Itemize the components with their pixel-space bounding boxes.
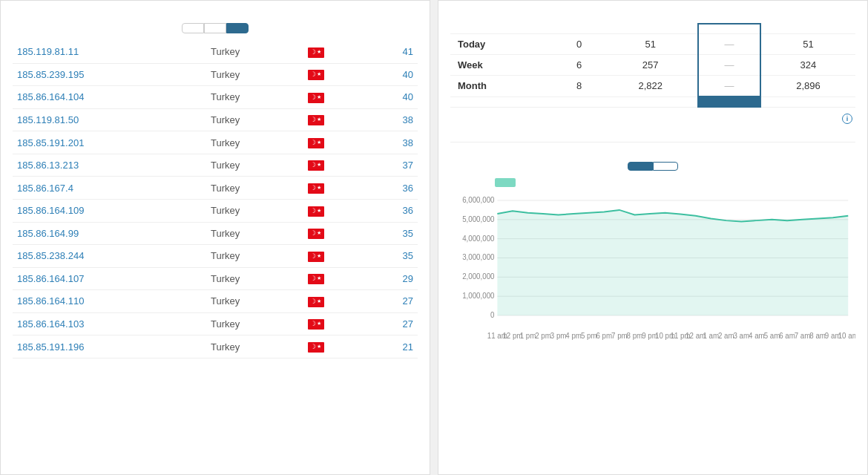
ip-link[interactable]: 185.85.238.244 xyxy=(17,250,84,261)
count-cell: 36 xyxy=(367,177,418,200)
btn-30d[interactable] xyxy=(226,23,249,33)
country-cell: Turkey xyxy=(206,245,303,268)
svg-text:1 am: 1 am xyxy=(703,332,719,340)
count-cell: 41 xyxy=(367,41,418,63)
blacklist-val: — xyxy=(698,34,760,55)
svg-text:5 am: 5 am xyxy=(764,332,780,340)
ip-table: 185.119.81.11 Turkey 41 185.85.239.195 T… xyxy=(13,41,418,358)
table-row: 185.86.164.104 Turkey 40 xyxy=(13,86,418,109)
complex-val: 8 xyxy=(555,76,603,97)
time-buttons xyxy=(13,23,418,33)
turkey-flag-icon xyxy=(308,342,324,353)
count-cell: 38 xyxy=(367,131,418,154)
svg-text:8 pm: 8 pm xyxy=(627,332,643,340)
turkey-flag-icon xyxy=(308,70,324,80)
table-row: 185.86.164.109 Turkey 36 xyxy=(13,199,418,222)
flag-cell xyxy=(303,267,368,290)
chart-time-buttons xyxy=(450,162,855,171)
table-row: 185.86.164.103 Turkey 27 xyxy=(13,312,418,335)
flag-cell xyxy=(303,199,368,222)
flag-cell xyxy=(303,108,368,131)
ip-link[interactable]: 185.85.239.195 xyxy=(17,69,84,80)
ip-cell: 185.86.164.109 xyxy=(13,199,206,222)
turkey-flag-icon xyxy=(308,274,324,284)
ip-link[interactable]: 185.85.191.196 xyxy=(17,341,84,353)
count-cell: 36 xyxy=(367,199,418,222)
svg-text:0: 0 xyxy=(490,311,495,319)
total-val: 2,896 xyxy=(760,76,855,97)
ip-link[interactable]: 185.86.167.4 xyxy=(17,183,73,194)
count-cell: 27 xyxy=(367,312,418,335)
btn-24h[interactable] xyxy=(182,23,204,33)
country-cell: Turkey xyxy=(206,177,303,200)
total-val: 324 xyxy=(760,55,855,76)
ip-link[interactable]: 185.86.164.107 xyxy=(17,273,84,284)
ip-cell: 185.119.81.50 xyxy=(13,108,206,131)
legend-color-box xyxy=(495,178,516,187)
country-cell: Turkey xyxy=(206,312,303,335)
flag-cell xyxy=(303,177,368,200)
svg-text:5,000,000: 5,000,000 xyxy=(462,215,495,223)
chart-btn-30d[interactable] xyxy=(653,162,678,171)
ip-cell: 185.119.81.11 xyxy=(13,41,206,63)
svg-text:4,000,000: 4,000,000 xyxy=(462,235,495,243)
turkey-flag-icon xyxy=(308,160,324,171)
svg-text:2 am: 2 am xyxy=(718,332,734,340)
turkey-flag-icon xyxy=(308,138,324,148)
ip-link[interactable]: 185.85.191.201 xyxy=(17,137,84,148)
chart-container: 6,000,0005,000,0004,000,0003,000,0002,00… xyxy=(450,193,855,341)
country-cell: Turkey xyxy=(206,131,303,154)
flag-cell xyxy=(303,222,368,245)
turkey-flag-icon xyxy=(308,183,324,194)
flag-cell xyxy=(303,63,368,86)
ip-cell: 185.86.167.4 xyxy=(13,177,206,200)
ip-link[interactable]: 185.119.81.50 xyxy=(17,114,79,125)
bruteforce-val: 2,822 xyxy=(603,76,698,97)
ip-link[interactable]: 185.119.81.11 xyxy=(17,46,79,57)
country-cell: Turkey xyxy=(206,290,303,313)
col-header-block-type xyxy=(450,24,555,34)
svg-text:10 am: 10 am xyxy=(838,332,855,340)
btn-7d[interactable] xyxy=(204,23,226,33)
bruteforce-val: 257 xyxy=(603,55,698,76)
total-val: 51 xyxy=(760,34,855,55)
table-row: 185.86.164.99 Turkey 35 xyxy=(13,222,418,245)
country-cell: Turkey xyxy=(206,154,303,177)
summary-row: Month 8 2,822 — 2,896 xyxy=(450,76,855,97)
svg-text:5 pm: 5 pm xyxy=(581,332,597,340)
col-header-brute-force xyxy=(603,24,698,34)
count-cell: 21 xyxy=(367,335,418,358)
turkey-flag-icon xyxy=(308,229,324,239)
count-cell: 27 xyxy=(367,290,418,313)
bruteforce-val: 51 xyxy=(603,34,698,55)
flag-cell xyxy=(303,86,368,109)
ip-link[interactable]: 185.86.13.213 xyxy=(17,160,79,171)
flag-cell xyxy=(303,245,368,268)
chart-svg: 6,000,0005,000,0004,000,0003,000,0002,00… xyxy=(450,193,855,341)
count-cell: 37 xyxy=(367,154,418,177)
ip-cell: 185.86.164.110 xyxy=(13,290,206,313)
premium-label[interactable] xyxy=(698,96,760,107)
col-header-complex xyxy=(555,24,603,34)
table-row: 185.119.81.50 Turkey 38 xyxy=(13,108,418,131)
complex-val: 6 xyxy=(555,55,603,76)
ip-link[interactable]: 185.86.164.110 xyxy=(17,295,84,307)
categorized-link[interactable]: i xyxy=(842,114,855,124)
svg-text:1,000,000: 1,000,000 xyxy=(462,292,495,300)
svg-text:3 am: 3 am xyxy=(734,332,750,340)
turkey-flag-icon xyxy=(308,48,324,58)
ip-link[interactable]: 185.86.164.99 xyxy=(17,228,79,239)
country-cell: Turkey xyxy=(206,267,303,290)
ip-cell: 185.85.239.195 xyxy=(13,63,206,86)
chart-btn-24h[interactable] xyxy=(628,162,653,171)
country-cell: Turkey xyxy=(206,199,303,222)
row-label: Month xyxy=(450,76,555,97)
ip-cell: 185.86.164.103 xyxy=(13,312,206,335)
ip-link[interactable]: 185.86.164.109 xyxy=(17,205,84,216)
ip-link[interactable]: 185.86.164.103 xyxy=(17,318,84,330)
country-cell: Turkey xyxy=(206,41,303,63)
ip-cell: 185.86.13.213 xyxy=(13,154,206,177)
chart-legend xyxy=(450,178,855,187)
ip-link[interactable]: 185.86.164.104 xyxy=(17,91,84,102)
ip-cell: 185.85.191.201 xyxy=(13,131,206,154)
